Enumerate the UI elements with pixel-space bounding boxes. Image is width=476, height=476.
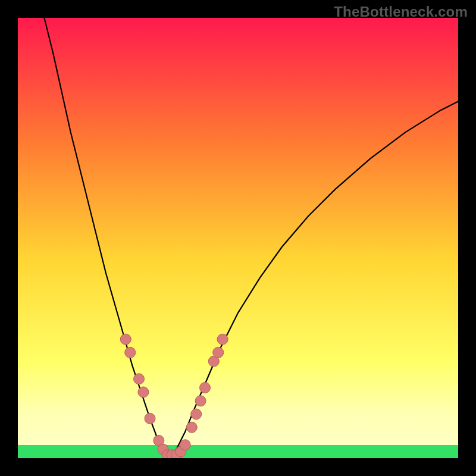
watermark-text: TheBottleneck.com — [334, 4, 468, 20]
data-dot — [195, 396, 206, 406]
chart-frame: TheBottleneck.com — [0, 0, 476, 476]
data-dot — [200, 383, 211, 393]
data-dot — [217, 334, 228, 345]
plot-area — [18, 18, 458, 458]
data-dot — [138, 387, 149, 397]
gradient-background — [18, 18, 458, 458]
data-dot — [145, 413, 155, 424]
data-dot — [191, 409, 202, 419]
data-dot — [120, 334, 131, 345]
green-band — [18, 445, 458, 458]
data-dot — [213, 347, 224, 358]
data-dot — [134, 374, 145, 384]
data-dot — [180, 440, 190, 450]
data-dot — [186, 422, 197, 433]
data-dot — [125, 347, 136, 358]
chart-svg — [18, 18, 458, 458]
